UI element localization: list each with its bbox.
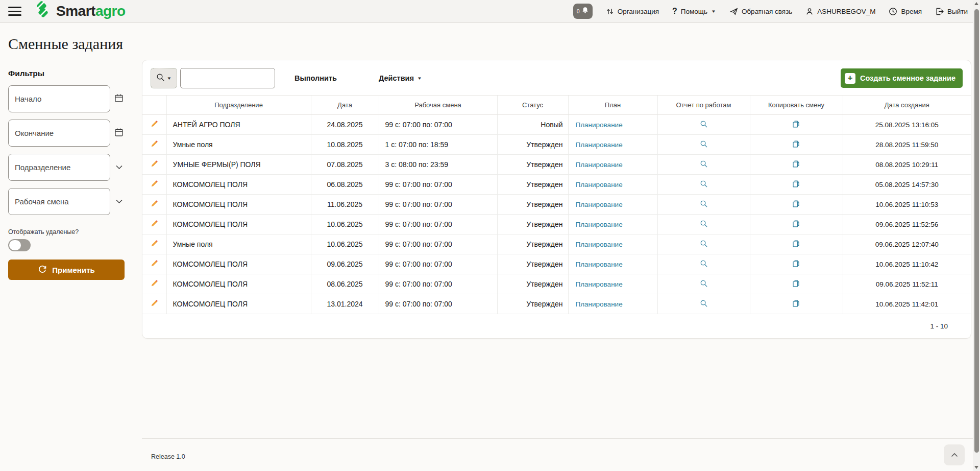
created-date-cell: 09.06.2025 11:52:56 <box>843 215 971 234</box>
plan-link[interactable]: Планирование <box>576 261 623 268</box>
scrollbar-down-arrow[interactable] <box>974 466 978 469</box>
shift-select-chevron-button[interactable] <box>111 193 127 211</box>
shift-cell: 99 с: 07:00 по: 07:00 <box>379 294 497 314</box>
start-date-input[interactable] <box>8 85 110 112</box>
copy-shift-button[interactable] <box>750 215 843 234</box>
copy-shift-button[interactable] <box>750 294 843 314</box>
copy-shift-button[interactable] <box>750 155 843 175</box>
apply-button[interactable]: Применить <box>8 260 125 280</box>
work-report-button[interactable] <box>657 175 750 195</box>
copy-shift-button[interactable] <box>750 234 843 254</box>
copy-shift-button[interactable] <box>750 274 843 294</box>
edit-row-button[interactable] <box>142 135 166 155</box>
edit-row-button[interactable] <box>142 175 166 195</box>
column-header-copy[interactable]: Копировать смену <box>750 96 843 115</box>
work-report-button[interactable] <box>657 115 750 135</box>
column-header-report[interactable]: Отчет по работам <box>657 96 750 115</box>
copy-icon <box>792 181 800 190</box>
start-date-calendar-button[interactable] <box>111 90 127 108</box>
nav-item-help[interactable]: ? Помощь ▼ <box>672 7 716 16</box>
plan-link[interactable]: Планирование <box>576 201 623 208</box>
filter-field-start <box>8 85 134 112</box>
column-header-date[interactable]: Дата <box>311 96 379 115</box>
shift-cell: 99 с: 07:00 по: 07:00 <box>379 195 497 215</box>
execute-button[interactable]: Выполнить <box>295 74 337 82</box>
table-row: КОМСОМОЛЕЦ ПОЛЯ 13.01.2024 99 с: 07:00 п… <box>142 294 971 314</box>
work-report-button[interactable] <box>657 155 750 175</box>
notifications-button[interactable]: 0 <box>573 4 593 19</box>
column-header-plan[interactable]: План <box>568 96 657 115</box>
work-report-button[interactable] <box>657 254 750 274</box>
copy-shift-button[interactable] <box>750 254 843 274</box>
shift-cell: 99 с: 07:00 по: 07:00 <box>379 254 497 274</box>
unit-select-chevron-button[interactable] <box>111 158 127 177</box>
calendar-icon <box>114 93 124 104</box>
copy-shift-button[interactable] <box>750 135 843 155</box>
column-header-unit[interactable]: Подразделение <box>166 96 311 115</box>
scrollbar-thumb[interactable] <box>974 9 979 453</box>
create-shift-task-button[interactable]: + Создать сменное задание <box>841 68 963 88</box>
nav-item-time[interactable]: Время <box>889 7 922 16</box>
plan-link[interactable]: Планирование <box>576 141 623 149</box>
copy-shift-button[interactable] <box>750 195 843 215</box>
edit-row-button[interactable] <box>142 215 166 234</box>
plan-link[interactable]: Планирование <box>576 181 623 189</box>
unit-cell: КОМСОМОЛЕЦ ПОЛЯ <box>166 254 311 274</box>
work-report-button[interactable] <box>657 274 750 294</box>
edit-row-button[interactable] <box>142 155 166 175</box>
search-options-button[interactable]: ▼ <box>151 68 177 88</box>
app-logo[interactable]: Smartagro <box>33 1 126 21</box>
show-deleted-toggle[interactable] <box>8 239 31 251</box>
shift-cell: 3 с: 08:00 по: 23:59 <box>379 155 497 175</box>
copy-icon <box>792 201 800 209</box>
copy-shift-button[interactable] <box>750 175 843 195</box>
date-cell: 11.06.2025 <box>311 195 379 215</box>
work-report-button[interactable] <box>657 215 750 234</box>
shift-select-input[interactable] <box>8 188 110 215</box>
edit-row-button[interactable] <box>142 294 166 314</box>
nav-item-feedback[interactable]: Обратная связь <box>729 7 792 16</box>
end-date-input[interactable] <box>8 120 110 147</box>
pencil-icon <box>150 161 159 170</box>
table-row: Умные поля 10.06.2025 99 с: 07:00 по: 07… <box>142 234 971 254</box>
end-date-calendar-button[interactable] <box>111 124 127 143</box>
table-row: Умные поля 10.08.2025 1 с: 07:00 по: 18:… <box>142 135 971 155</box>
work-report-button[interactable] <box>657 195 750 215</box>
nav-item-user[interactable]: ASHURBEGOV_M <box>805 7 875 16</box>
created-date-cell: 25.08.2025 13:16:05 <box>843 115 971 135</box>
column-header-shift[interactable]: Рабочая смена <box>379 96 497 115</box>
edit-row-button[interactable] <box>142 234 166 254</box>
copy-shift-button[interactable] <box>750 115 843 135</box>
edit-row-button[interactable] <box>142 274 166 294</box>
work-report-button[interactable] <box>657 234 750 254</box>
created-date-cell: 09.06.2025 12:07:40 <box>843 234 971 254</box>
pagination-label: 1 - 10 <box>142 314 971 338</box>
plan-link[interactable]: Планирование <box>576 241 623 248</box>
page-title: Сменные задания <box>8 35 973 53</box>
hamburger-menu-icon[interactable] <box>8 7 21 16</box>
search-input[interactable] <box>180 68 275 88</box>
edit-row-button[interactable] <box>142 115 166 135</box>
scroll-to-top-button[interactable] <box>944 444 965 465</box>
nav-item-organization[interactable]: Организация <box>606 7 659 16</box>
plan-link[interactable]: Планирование <box>576 161 623 169</box>
edit-row-button[interactable] <box>142 195 166 215</box>
shift-cell: 99 с: 07:00 по: 07:00 <box>379 115 497 135</box>
edit-row-button[interactable] <box>142 254 166 274</box>
column-header-created[interactable]: Дата создания <box>843 96 971 115</box>
work-report-button[interactable] <box>657 135 750 155</box>
created-date-cell: 10.06.2025 11:42:01 <box>843 294 971 314</box>
unit-select-input[interactable] <box>8 154 110 181</box>
plan-link[interactable]: Планирование <box>576 121 623 129</box>
plan-link[interactable]: Планирование <box>576 221 623 228</box>
nav-item-logout[interactable]: Выйти <box>935 7 968 16</box>
page-scrollbar[interactable] <box>973 0 980 471</box>
work-report-button[interactable] <box>657 294 750 314</box>
unit-cell: Умные поля <box>166 135 311 155</box>
scrollbar-up-arrow[interactable] <box>974 2 978 5</box>
column-header-status[interactable]: Статус <box>497 96 568 115</box>
unit-cell: АНТЕЙ АГРО ПОЛЯ <box>166 115 311 135</box>
plan-link[interactable]: Планирование <box>576 300 623 308</box>
actions-menu-button[interactable]: Действия ▼ <box>379 74 422 82</box>
plan-link[interactable]: Планирование <box>576 280 623 288</box>
